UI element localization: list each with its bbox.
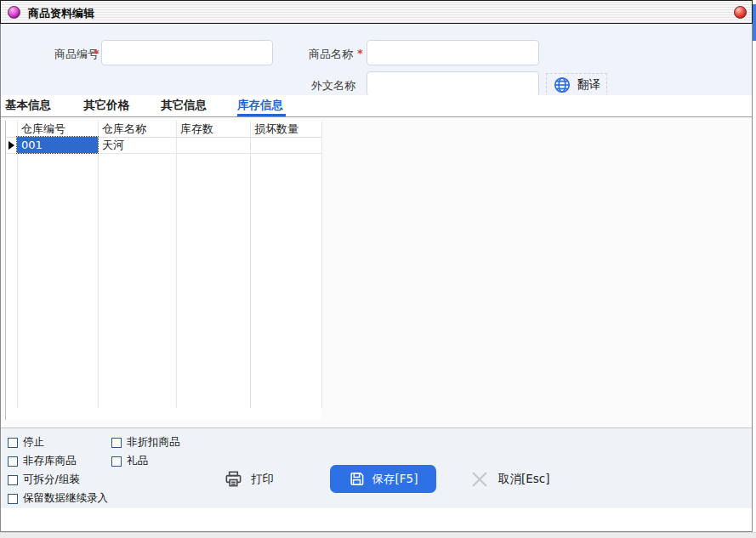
foreign-name-input[interactable] [367,71,539,97]
required-marker: * [357,47,363,59]
column-header-warehouse-name[interactable]: 仓库名称 [98,121,176,137]
close-button[interactable] [734,6,747,19]
grid-cell-warehouse-code[interactable]: 001 [17,137,98,153]
save-floppy-icon [349,471,365,487]
screen: 商品资料编辑 商品编号 * 商品名称 * 外文名称 翻译 [0,0,756,538]
product-code-input[interactable] [101,40,273,65]
checkbox-box [8,438,18,448]
checkbox-non-discount[interactable]: 非折扣商品 [111,435,180,450]
checkbox-box [8,456,18,467]
tab-basic-info[interactable]: 基本信息 [5,98,51,113]
checkbox-keep-data[interactable]: 保留数据继续录入 [8,491,108,506]
checkbox-label: 礼品 [127,454,148,468]
tab-inventory-info[interactable]: 库存信息 [237,98,283,113]
cancel-button-label: 取消[Esc] [498,472,550,487]
background-strip [753,0,756,532]
grid-cell-warehouse-name[interactable]: 天河 [98,137,176,153]
close-x-icon [469,469,490,490]
save-button-label: 保存[F5] [372,472,418,487]
grid-line [17,121,18,408]
product-name-input[interactable] [367,40,539,65]
checkbox-box [111,456,122,467]
current-row-indicator [6,137,17,153]
tab-other-info[interactable]: 其它信息 [161,98,207,113]
required-marker: * [94,47,99,59]
translate-button-label: 翻译 [577,77,600,93]
print-button[interactable]: 打印 [224,465,274,493]
checkbox-non-stock[interactable]: 非存库商品 [8,454,77,468]
grid-line [250,121,251,408]
row-arrow-icon [9,141,14,150]
grid-line [6,153,322,154]
product-code-label: 商品编号 [54,47,99,62]
warehouse-grid[interactable]: 仓库编号 仓库名称 库存数 损坏数量 001 天河 [5,121,321,420]
column-header-warehouse-code[interactable]: 仓库编号 [17,121,98,137]
translate-button[interactable]: 翻译 [546,73,607,97]
titlebar[interactable]: 商品资料编辑 [0,0,753,24]
checkbox-gift[interactable]: 礼品 [111,454,148,468]
window-system-icon[interactable] [8,6,20,19]
product-name-label: 商品名称 [309,47,353,62]
cancel-button[interactable]: 取消[Esc] [469,465,550,493]
checkbox-label: 停止 [23,435,44,450]
foreign-name-label: 外文名称 [311,78,355,93]
print-button-label: 打印 [251,472,274,487]
grid-cell-stock-qty[interactable] [176,137,250,153]
inventory-tab-content: 仓库编号 仓库名称 库存数 损坏数量 001 天河 [1,116,752,428]
checkbox-label: 保留数据继续录入 [23,491,108,506]
checkbox-label: 非存库商品 [23,454,77,468]
footer-panel: 停止 非折扣商品 非存库商品 礼品 可拆分/组装 保留数据继续录入 [1,428,752,508]
tabstrip: 基本信息 其它价格 其它信息 库存信息 [1,95,752,116]
checkbox-label: 非折扣商品 [127,435,180,450]
checkbox-label: 可拆分/组装 [23,473,80,487]
grid-line [176,121,177,408]
checkbox-splittable[interactable]: 可拆分/组装 [8,473,80,487]
checkbox-box [8,494,18,504]
window-title: 商品资料编辑 [28,6,94,21]
column-header-damaged-qty[interactable]: 损坏数量 [250,121,321,137]
checkbox-box [8,475,18,485]
checkbox-box [111,438,122,448]
save-button[interactable]: 保存[F5] [330,465,436,493]
grid-line [98,121,99,408]
column-header-stock-qty[interactable]: 库存数 [176,121,250,137]
product-edit-window: 商品资料编辑 商品编号 * 商品名称 * 外文名称 翻译 [0,0,753,532]
background-bottom [0,532,756,538]
globe-icon [553,76,571,94]
checkbox-stop[interactable]: 停止 [8,435,44,450]
printer-icon [224,469,243,489]
tab-other-prices[interactable]: 其它价格 [83,98,129,113]
grid-line [321,121,322,408]
grid-cell-damaged-qty[interactable] [250,137,321,153]
